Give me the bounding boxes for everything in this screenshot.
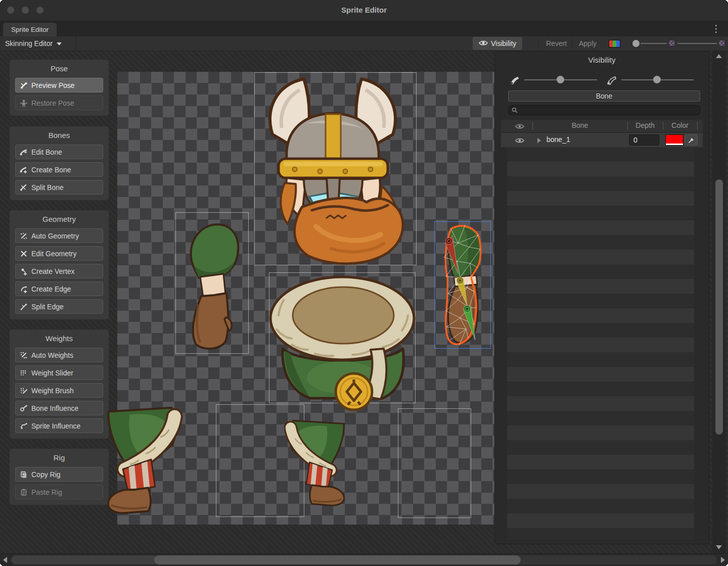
- weight-brush-icon: [20, 387, 28, 395]
- bone-filled-icon: [509, 75, 520, 88]
- tab-sprite-editor[interactable]: Sprite Editor: [3, 23, 57, 36]
- alpha-slider-track[interactable]: [641, 43, 667, 44]
- scroll-left-arrow[interactable]: [3, 557, 7, 563]
- sprite-right-leg[interactable]: [280, 409, 350, 518]
- sprite-influence-button[interactable]: Sprite Influence: [15, 418, 103, 433]
- sprite-viking-head[interactable]: [255, 75, 458, 272]
- create-vertex-icon: [20, 267, 28, 275]
- split-bone-icon: [20, 183, 28, 192]
- mesh-opacity-slider-knob[interactable]: [653, 76, 661, 83]
- weights-panel-title: Weights: [15, 334, 103, 343]
- sprite-left-leg[interactable]: [100, 405, 189, 517]
- auto-weights-button[interactable]: Auto Weights: [15, 348, 103, 362]
- geometry-panel-title: Geometry: [15, 215, 103, 223]
- sprite-torso[interactable]: [266, 274, 423, 413]
- sprite-right-arm-selected[interactable]: [434, 221, 492, 350]
- edit-geometry-button[interactable]: Edit Geometry: [15, 246, 103, 261]
- auto-geometry-button[interactable]: Auto Geometry: [15, 228, 103, 243]
- editor-mode-dropdown[interactable]: Skinning Editor: [5, 36, 62, 51]
- paste-rig-icon: [20, 488, 28, 496]
- geometry-panel: Geometry Auto Geometry Edit Geometry Cre…: [9, 210, 109, 320]
- bones-panel: Bones Edit Bone Create Bone Split Bone: [9, 126, 109, 201]
- bone-column-header: Bone: [532, 121, 627, 129]
- bone-tab-button[interactable]: Bone: [508, 90, 700, 102]
- divider: [697, 122, 698, 130]
- divider: [76, 36, 76, 51]
- create-edge-icon: [20, 285, 28, 293]
- divider: [538, 38, 538, 49]
- title-bar: Sprite Editor: [0, 0, 728, 21]
- visibility-panel-title: Visibility: [495, 56, 709, 64]
- sprite-editor-window: Sprite Editor Sprite Editor ⋮ Skinning E…: [0, 0, 728, 566]
- scroll-down-arrow[interactable]: [716, 545, 722, 549]
- split-edge-button[interactable]: Split Edge: [15, 299, 103, 314]
- pose-panel: Pose Preview Pose Restore Pose: [9, 59, 109, 116]
- weight-slider-icon: [20, 369, 28, 377]
- eyedropper-icon: [688, 137, 695, 144]
- bone-influence-button[interactable]: Bone Influence: [15, 401, 103, 415]
- alpha-checker-icon: [718, 40, 725, 46]
- expand-arrow-icon[interactable]: [537, 138, 543, 143]
- alpha-checker-icon: [668, 40, 675, 46]
- divider: [572, 38, 572, 49]
- visibility-toggle-button[interactable]: Visibility: [473, 37, 522, 50]
- bone-outline-icon: [606, 75, 617, 88]
- edit-geometry-icon: [20, 250, 28, 258]
- color-column-header: Color: [663, 121, 697, 129]
- search-input[interactable]: [518, 106, 697, 114]
- kebab-menu-icon[interactable]: ⋮: [711, 22, 721, 35]
- bone-search-field[interactable]: [508, 105, 700, 115]
- weight-slider-button[interactable]: Weight Slider: [15, 365, 103, 380]
- bone-table-row[interactable]: bone_1: [501, 133, 703, 147]
- alpha-slider-track[interactable]: [677, 43, 717, 44]
- scroll-up-arrow[interactable]: [716, 54, 722, 58]
- eye-column-icon: [515, 123, 524, 131]
- vertical-scrollbar[interactable]: [712, 51, 726, 553]
- create-bone-button[interactable]: Create Bone: [15, 162, 103, 177]
- apply-button[interactable]: Apply: [573, 37, 603, 50]
- horizontal-scroll-track-lit: [11, 555, 158, 564]
- restore-pose-button[interactable]: Restore Pose: [15, 96, 103, 110]
- main-area: Pose Preview Pose Restore Pose Bones Edi…: [0, 51, 728, 553]
- vertical-scroll-thumb[interactable]: [715, 179, 723, 435]
- bone-influence-icon: [20, 404, 28, 412]
- edit-bone-button[interactable]: Edit Bone: [15, 145, 103, 159]
- rig-panel: Rig Copy Rig Paste Rig: [9, 448, 109, 505]
- create-bone-icon: [20, 166, 28, 174]
- auto-geometry-icon: [20, 232, 28, 240]
- preview-pose-icon: [20, 81, 28, 89]
- revert-button[interactable]: Revert: [540, 37, 573, 50]
- rgb-channels-icon[interactable]: [609, 40, 620, 48]
- weight-brush-button[interactable]: Weight Brush: [15, 383, 103, 398]
- edit-bone-icon: [20, 148, 28, 156]
- bones-panel-title: Bones: [15, 131, 103, 139]
- paste-rig-button[interactable]: Paste Rig: [15, 485, 103, 499]
- create-vertex-button[interactable]: Create Vertex: [15, 264, 103, 278]
- auto-weights-icon: [20, 351, 28, 359]
- scroll-right-arrow[interactable]: [721, 557, 725, 563]
- preview-pose-button[interactable]: Preview Pose: [15, 78, 103, 92]
- pose-panel-title: Pose: [15, 64, 103, 73]
- bone-table-header: Bone Depth Color: [501, 120, 703, 132]
- bone-color-swatch[interactable]: [665, 134, 684, 146]
- horizontal-scroll-thumb[interactable]: [154, 555, 521, 564]
- sprite-influence-icon: [20, 422, 28, 430]
- toolbar: Skinning Editor Visibility Revert Apply: [0, 36, 728, 51]
- create-edge-button[interactable]: Create Edge: [15, 281, 103, 296]
- split-edge-icon: [20, 303, 28, 311]
- split-bone-button[interactable]: Split Bone: [15, 180, 103, 195]
- restore-pose-icon: [20, 99, 28, 107]
- weights-panel: Weights Auto Weights Weight Slider Weigh…: [9, 329, 109, 439]
- horizontal-scrollbar[interactable]: [0, 553, 728, 566]
- sprite-left-arm[interactable]: [178, 218, 249, 352]
- depth-column-header: Depth: [627, 121, 663, 129]
- bone-visibility-eye-icon[interactable]: [515, 137, 524, 145]
- copy-rig-button[interactable]: Copy Rig: [15, 467, 103, 482]
- bone-opacity-slider-knob[interactable]: [557, 76, 564, 83]
- bone-depth-input[interactable]: [629, 134, 659, 146]
- alpha-slider-knob[interactable]: [632, 40, 640, 47]
- eyedropper-button[interactable]: [685, 134, 698, 146]
- bone-name: bone_1: [547, 135, 570, 144]
- sprite-rect-right-leg[interactable]: [398, 408, 471, 518]
- window-title: Sprite Editor: [0, 6, 728, 14]
